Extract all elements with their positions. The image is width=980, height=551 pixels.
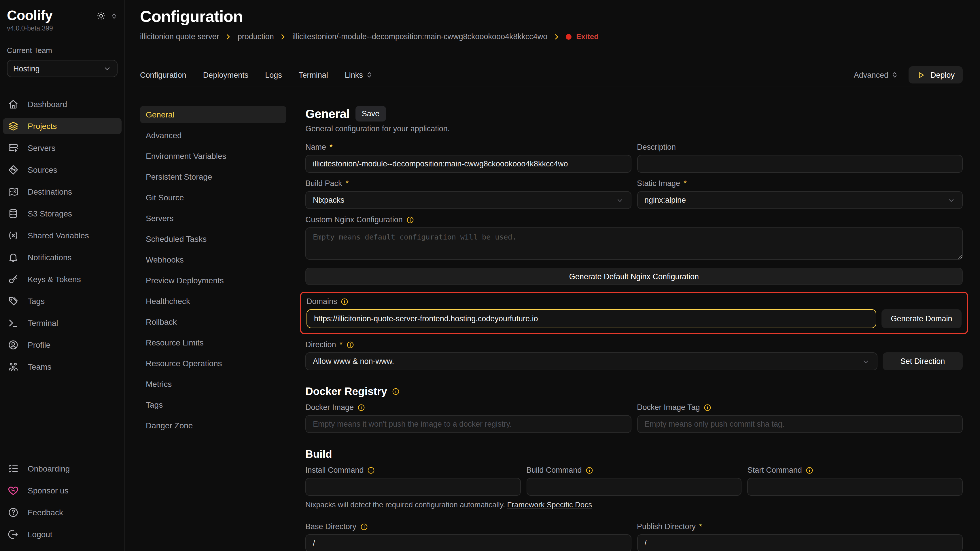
sidebar-item-tags[interactable]: Tags: [3, 293, 122, 309]
info-icon[interactable]: [346, 341, 354, 349]
theme-unfold-icon[interactable]: [111, 13, 118, 19]
sidebar-item-feedback[interactable]: Feedback: [3, 504, 122, 521]
section-title: General: [305, 107, 350, 121]
team-select[interactable]: Hosting: [7, 60, 118, 77]
tab-terminal[interactable]: Terminal: [299, 70, 328, 79]
sidebar-item-teams[interactable]: Teams: [3, 359, 122, 375]
generate-nginx-config-button[interactable]: Generate Default Nginx Configuration: [305, 268, 963, 285]
chevron-right-icon: [279, 33, 287, 41]
direction-label: Direction: [305, 340, 336, 349]
chevron-right-icon: [224, 33, 232, 41]
tag-icon: [8, 295, 19, 307]
subnav-item-advanced[interactable]: Advanced: [140, 127, 286, 144]
deploy-button[interactable]: Deploy: [908, 66, 963, 84]
set-direction-button[interactable]: Set Direction: [883, 353, 963, 370]
framework-docs-link[interactable]: Framework Specific Docs: [507, 500, 592, 509]
domains-input[interactable]: [307, 309, 876, 328]
sidebar-item-sources[interactable]: Sources: [3, 162, 122, 178]
general-form: General Save General configuration for y…: [305, 106, 963, 551]
sidebar-item-keys-tokens[interactable]: Keys & Tokens: [3, 271, 122, 287]
name-input[interactable]: [305, 155, 631, 173]
info-icon[interactable]: [703, 403, 711, 411]
unfold-icon: [891, 71, 898, 78]
direction-select[interactable]: Allow www & non-www.: [305, 353, 877, 370]
sidebar-item-label: Terminal: [28, 318, 58, 328]
info-icon[interactable]: [805, 466, 813, 474]
tab-links[interactable]: Links: [345, 70, 373, 79]
sidebar-item-onboarding[interactable]: Onboarding: [3, 460, 122, 477]
subnav-item-healthcheck[interactable]: Healthcheck: [140, 292, 286, 310]
subnav-item-resource-operations[interactable]: Resource Operations: [140, 355, 286, 372]
subnav-item-git-source[interactable]: Git Source: [140, 189, 286, 206]
base-directory-input[interactable]: [305, 534, 631, 551]
advanced-label: Advanced: [854, 70, 888, 79]
domains-highlight-box: Domains Generate Domain: [300, 292, 968, 334]
docker-image-tag-input[interactable]: [637, 415, 963, 433]
info-icon[interactable]: [585, 466, 593, 474]
coolify-app: Coolify v4.0.0-beta.399 Current Team Hos…: [0, 0, 980, 551]
subnav-item-rollback[interactable]: Rollback: [140, 313, 286, 330]
static-image-select[interactable]: nginx:alpine: [637, 191, 963, 209]
start-command-label: Start Command: [748, 466, 802, 475]
docker-image-input[interactable]: [305, 415, 631, 433]
breadcrumb-environment[interactable]: production: [238, 32, 274, 41]
save-button[interactable]: Save: [355, 106, 386, 121]
info-icon[interactable]: [392, 387, 400, 395]
subnav-item-persistent-storage[interactable]: Persistent Storage: [140, 168, 286, 186]
sidebar-item-label: Logout: [28, 530, 52, 539]
info-icon[interactable]: [360, 522, 368, 530]
info-icon[interactable]: [406, 216, 414, 224]
theme-sun-icon[interactable]: [96, 11, 106, 21]
sidebar-item-terminal[interactable]: Terminal: [3, 315, 122, 331]
start-command-input[interactable]: [748, 478, 963, 496]
server-icon: [8, 142, 19, 154]
breadcrumb-application[interactable]: illicitestonion/-module--decomposition:m…: [293, 32, 547, 41]
publish-directory-input[interactable]: [637, 534, 963, 551]
subnav-item-resource-limits[interactable]: Resource Limits: [140, 334, 286, 351]
build-command-input[interactable]: [526, 478, 741, 496]
subnav-item-tags[interactable]: Tags: [140, 396, 286, 413]
install-command-input[interactable]: [305, 478, 520, 496]
breadcrumb-project[interactable]: illicitonion quote server: [140, 32, 219, 41]
tab-logs[interactable]: Logs: [265, 70, 282, 79]
subnav-item-metrics[interactable]: Metrics: [140, 375, 286, 393]
subnav-item-webhooks[interactable]: Webhooks: [140, 251, 286, 268]
tab-configuration[interactable]: Configuration: [140, 70, 186, 79]
sidebar-nav: Dashboard Projects Servers Sources Desti…: [0, 96, 124, 375]
subnav-item-scheduled-tasks[interactable]: Scheduled Tasks: [140, 230, 286, 248]
info-icon[interactable]: [357, 403, 365, 411]
build-pack-select[interactable]: Nixpacks: [305, 191, 631, 209]
sidebar-item-projects[interactable]: Projects: [3, 118, 122, 134]
advanced-dropdown[interactable]: Advanced: [854, 70, 898, 79]
description-input[interactable]: [637, 155, 963, 173]
static-image-value: nginx:alpine: [644, 196, 686, 205]
subnav-item-preview-deployments[interactable]: Preview Deployments: [140, 272, 286, 289]
tab-deployments[interactable]: Deployments: [203, 70, 248, 79]
sidebar-item-destinations[interactable]: Destinations: [3, 184, 122, 200]
sidebar-item-label: Dashboard: [28, 100, 67, 109]
generate-domain-button[interactable]: Generate Domain: [881, 309, 962, 328]
nginx-config-textarea[interactable]: [305, 227, 963, 260]
sidebar-item-label: Tags: [28, 297, 45, 306]
sidebar-item-label: Profile: [28, 340, 51, 349]
sidebar-item-dashboard[interactable]: Dashboard: [3, 96, 122, 112]
sidebar-item-servers[interactable]: Servers: [3, 140, 122, 156]
chevron-right-icon: [552, 33, 561, 41]
info-icon[interactable]: [341, 297, 349, 305]
sidebar-item-profile[interactable]: Profile: [3, 337, 122, 353]
git-source-icon: [8, 164, 19, 176]
sidebar-item-sponsor-us[interactable]: Sponsor us: [3, 483, 122, 499]
logout-icon: [8, 529, 19, 540]
sidebar-item-shared-variables[interactable]: Shared Variables: [3, 227, 122, 243]
sidebar-item-logout[interactable]: Logout: [3, 526, 122, 542]
required-mark: *: [684, 179, 687, 188]
subnav-item-servers[interactable]: Servers: [140, 210, 286, 227]
required-mark: *: [699, 522, 702, 531]
sidebar-item-s3-storages[interactable]: S3 Storages: [3, 206, 122, 222]
subnav-item-general[interactable]: General: [140, 106, 286, 123]
info-icon[interactable]: [367, 466, 375, 474]
user-circle-icon: [8, 339, 19, 351]
subnav-item-danger-zone[interactable]: Danger Zone: [140, 417, 286, 434]
subnav-item-environment-variables[interactable]: Environment Variables: [140, 148, 286, 165]
sidebar-item-notifications[interactable]: Notifications: [3, 249, 122, 265]
